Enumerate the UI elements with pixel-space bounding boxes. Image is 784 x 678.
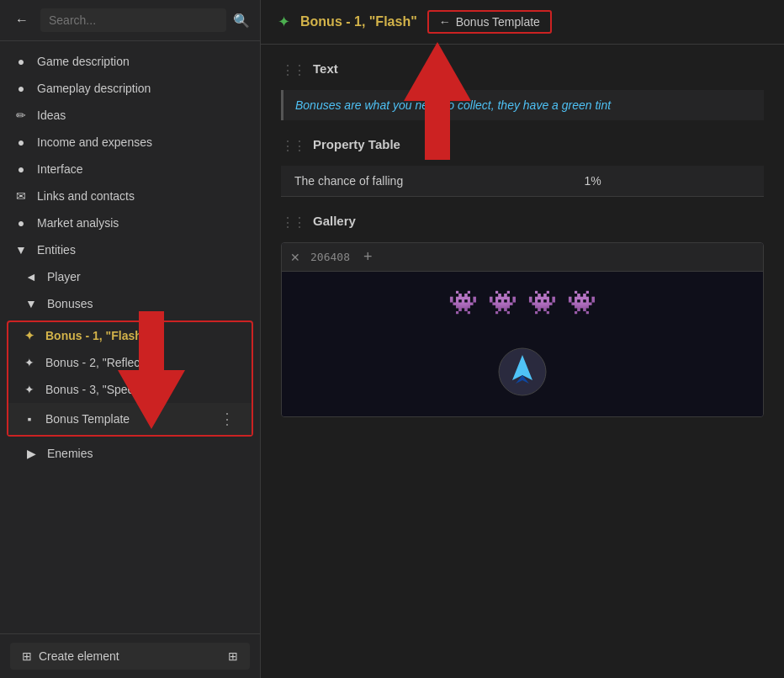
invader-sprite-4: 👾 xyxy=(567,289,596,316)
text-section-title: Text xyxy=(313,61,338,76)
sidebar-item-label: Bonus Template xyxy=(45,412,130,426)
sidebar-item-label: Bonus - 3, "Speed" xyxy=(45,383,145,396)
sidebar-item-label: Enemies xyxy=(47,447,93,460)
sidebar-item-game-description[interactable]: ● Game description xyxy=(0,48,260,75)
page-title: Bonus - 1, "Flash" xyxy=(300,14,417,29)
sidebar-item-income-expenses[interactable]: ● Income and expenses xyxy=(0,129,260,156)
sidebar-item-label: Gameplay description xyxy=(37,82,151,95)
gallery-header: ⋮⋮ Gallery xyxy=(281,214,764,230)
sidebar-item-label: Bonus - 1, "Flash" xyxy=(45,329,147,342)
close-icon: ✕ xyxy=(290,251,300,264)
property-table-section: ⋮⋮ Property Table The chance of falling … xyxy=(281,137,764,197)
sidebar: ← 🔍 ● Game description ● Gameplay descri… xyxy=(0,0,261,678)
sidebar-item-label: Game description xyxy=(37,55,130,68)
sidebar-item-label: Bonuses xyxy=(47,297,93,310)
sidebar-item-label: Player xyxy=(47,270,81,283)
sidebar-item-label: Interface xyxy=(37,162,82,176)
breadcrumb[interactable]: ← Bonus Template xyxy=(427,10,552,34)
envelope-icon: ✉ xyxy=(13,189,29,203)
gallery-viewer: ✕ 206408 + 👾 👾 👾 👾 xyxy=(281,242,764,417)
sidebar-item-bonuses[interactable]: ▼ Bonuses xyxy=(0,290,260,317)
bullet-icon: ● xyxy=(13,216,29,230)
drag-handle-icon: ⋮⋮ xyxy=(281,138,305,154)
text-section: ⋮⋮ Text Bonuses are what you need to col… xyxy=(281,61,764,120)
gallery-canvas: 👾 👾 👾 👾 xyxy=(282,272,763,416)
property-table-title: Property Table xyxy=(313,137,400,151)
drag-handle-icon: ⋮⋮ xyxy=(281,62,305,78)
bullet-icon: ● xyxy=(13,162,29,176)
sidebar-item-bonus-3[interactable]: ✦ Bonus - 3, "Speed" xyxy=(8,376,252,403)
add-gallery-item-icon[interactable]: + xyxy=(363,248,373,266)
chevron-down-icon: ▼ xyxy=(24,297,39,310)
sparkle-icon: ✦ xyxy=(22,383,37,396)
rocket-row xyxy=(497,347,548,400)
chevron-right-icon: ▶ xyxy=(24,447,39,460)
pencil-icon: ✏ xyxy=(13,109,29,122)
sidebar-item-player[interactable]: ◄ Player xyxy=(0,263,260,290)
gallery-title: Gallery xyxy=(313,214,356,228)
chevron-down-icon: ▼ xyxy=(13,243,29,257)
bullet-icon: ● xyxy=(13,135,29,149)
create-element-label: Create element xyxy=(39,649,119,663)
drag-handle-icon: ⋮⋮ xyxy=(281,215,305,230)
breadcrumb-arrow-icon: ← xyxy=(439,15,451,29)
sidebar-item-label: Bonus - 2, "Reflection" xyxy=(45,356,163,369)
sidebar-item-links-contacts[interactable]: ✉ Links and contacts xyxy=(0,183,260,209)
sidebar-item-market-analysis[interactable]: ● Market analysis xyxy=(0,209,260,236)
sidebar-item-label: Market analysis xyxy=(37,216,119,230)
main-content: ✦ Bonus - 1, "Flash" ← Bonus Template ⋮⋮… xyxy=(261,0,784,678)
sidebar-item-enemies[interactable]: ▶ Enemies xyxy=(0,440,260,467)
create-element-button[interactable]: ⊞ Create element ⊞ xyxy=(10,643,250,670)
sparkle-icon: ✦ xyxy=(278,13,290,31)
property-table: The chance of falling 1% xyxy=(281,166,764,197)
context-menu-icon[interactable]: ⋮ xyxy=(220,410,238,428)
sidebar-item-label: Links and contacts xyxy=(37,189,135,203)
sidebar-footer: ⊞ Create element ⊞ xyxy=(0,633,260,678)
sidebar-item-bonus-template[interactable]: ▪ Bonus Template ⋮ xyxy=(8,403,252,435)
sidebar-item-bonus-1[interactable]: ✦ Bonus - 1, "Flash" xyxy=(8,322,252,349)
text-content: Bonuses are what you need to collect, th… xyxy=(295,98,611,112)
sidebar-item-ideas[interactable]: ✏ Ideas xyxy=(0,102,260,129)
sparkle-icon: ✦ xyxy=(22,356,37,369)
invader-sprite-3: 👾 xyxy=(527,289,557,316)
back-button[interactable]: ← xyxy=(10,11,34,29)
invaders-row: 👾 👾 👾 👾 xyxy=(448,289,596,316)
property-value: 1% xyxy=(570,166,764,197)
search-icon: 🔍 xyxy=(233,13,250,29)
rocket-sprite xyxy=(497,347,548,397)
gallery-section: ⋮⋮ Gallery ✕ 206408 + 👾 👾 xyxy=(281,214,764,417)
add-folder-icon: ⊞ xyxy=(228,649,238,663)
sidebar-nav: ● Game description ● Gameplay descriptio… xyxy=(0,41,260,633)
sidebar-item-interface[interactable]: ● Interface xyxy=(0,156,260,183)
sidebar-item-label: Income and expenses xyxy=(37,135,152,149)
search-input[interactable] xyxy=(40,8,226,32)
sidebar-item-label: Ideas xyxy=(37,109,66,122)
breadcrumb-text: Bonus Template xyxy=(456,15,540,29)
bullet-icon: ● xyxy=(13,82,29,95)
table-row: The chance of falling 1% xyxy=(281,166,764,197)
main-header: ✦ Bonus - 1, "Flash" ← Bonus Template xyxy=(261,0,784,45)
invader-sprite-1: 👾 xyxy=(448,289,478,316)
game-icon: ◄ xyxy=(24,270,39,283)
sidebar-item-bonus-2[interactable]: ✦ Bonus - 2, "Reflection" xyxy=(8,349,252,376)
bonuses-tree-section: ✦ Bonus - 1, "Flash" ✦ Bonus - 2, "Refle… xyxy=(7,320,253,437)
template-icon: ▪ xyxy=(22,412,37,426)
sidebar-item-entities[interactable]: ▼ Entities xyxy=(0,236,260,263)
text-content-block: Bonuses are what you need to collect, th… xyxy=(281,90,764,120)
bullet-icon: ● xyxy=(13,55,29,68)
sidebar-item-gameplay-description[interactable]: ● Gameplay description xyxy=(0,75,260,102)
sparkle-icon: ✦ xyxy=(22,329,37,342)
sidebar-header: ← 🔍 xyxy=(0,0,260,41)
gallery-counter: 206408 xyxy=(310,251,350,263)
invader-sprite-2: 👾 xyxy=(488,289,517,316)
property-key: The chance of falling xyxy=(281,166,570,197)
plus-icon: ⊞ xyxy=(22,649,32,663)
property-table-header: ⋮⋮ Property Table xyxy=(281,137,764,154)
gallery-toolbar: ✕ 206408 + xyxy=(282,243,763,272)
text-section-header: ⋮⋮ Text xyxy=(281,61,764,78)
sidebar-item-label: Entities xyxy=(37,243,76,257)
main-body: ⋮⋮ Text Bonuses are what you need to col… xyxy=(261,45,784,678)
